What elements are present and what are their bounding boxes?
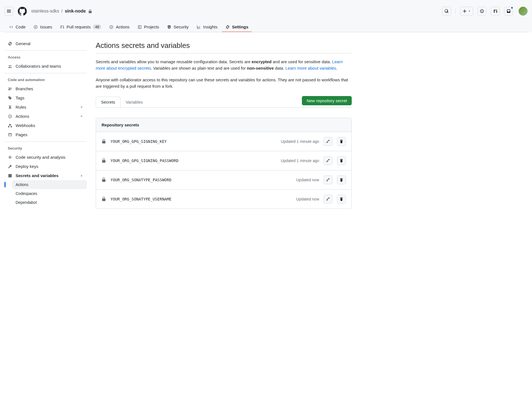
lock-icon [102, 197, 106, 201]
chevron-down-icon [468, 10, 471, 13]
pencil-icon [326, 158, 330, 163]
trash-icon [339, 178, 344, 182]
tab-pulls[interactable]: Pull requests46 [56, 22, 105, 32]
delete-secret-button[interactable] [337, 137, 346, 146]
edit-secret-button[interactable] [324, 175, 332, 184]
project-icon [137, 25, 142, 29]
breadcrumb-repo[interactable]: sink-node [65, 9, 86, 14]
search-button[interactable] [442, 7, 451, 16]
sidebar-item-rules[interactable]: Rules [4, 102, 87, 112]
breadcrumb-owner[interactable]: stainless-sdks [31, 9, 59, 14]
secret-updated: Updated 1 minute ago [281, 139, 319, 144]
sidebar-item-tags[interactable]: Tags [4, 93, 87, 102]
sidebar-sub-dependabot[interactable]: Dependabot [12, 198, 87, 207]
tab-insights[interactable]: Insights [193, 22, 221, 32]
link-variables[interactable]: Learn more about variables [285, 66, 336, 70]
git-pull-request-icon [493, 9, 497, 13]
lock-icon [102, 139, 106, 144]
secret-name: YOUR_ORG_SONATYPE_PASSWORD [110, 178, 171, 182]
pulls-count: 46 [93, 25, 101, 29]
edit-secret-button[interactable] [324, 137, 332, 146]
git-branch-icon [8, 87, 12, 91]
sidebar-sub-codespaces[interactable]: Codespaces [12, 189, 87, 198]
tab-secrets[interactable]: Secrets [96, 97, 120, 107]
github-logo-icon[interactable] [18, 7, 27, 16]
tab-code[interactable]: Code [6, 22, 29, 32]
trash-icon [339, 139, 344, 144]
tab-settings[interactable]: Settings [222, 22, 252, 32]
edit-secret-button[interactable] [324, 195, 332, 204]
tab-projects[interactable]: Projects [134, 22, 162, 32]
dot-icon [480, 9, 484, 13]
law-icon [8, 105, 12, 109]
gear-icon [225, 25, 230, 29]
notification-indicator [511, 6, 513, 9]
delete-secret-button[interactable] [337, 175, 346, 184]
tab-actions[interactable]: Actions [106, 22, 133, 32]
lock-icon [102, 178, 106, 182]
sidebar-item-deploy-keys[interactable]: Deploy keys [4, 162, 87, 171]
inbox-icon [506, 9, 511, 13]
graph-icon [196, 25, 201, 29]
codescan-icon [8, 155, 12, 160]
pull-requests-button[interactable] [491, 7, 500, 16]
secret-row: YOUR_ORG_GPG_SIGNING_KEYUpdated 1 minute… [96, 132, 351, 151]
delete-secret-button[interactable] [337, 156, 346, 165]
sidebar-item-general[interactable]: General [4, 39, 87, 48]
page-title: Actions secrets and variables [96, 41, 352, 53]
box-header: Repository secrets [96, 118, 351, 132]
hamburger-menu[interactable] [4, 7, 13, 16]
gear-icon [8, 41, 12, 46]
chevron-down-icon [80, 105, 83, 109]
sidebar-item-secrets[interactable]: Secrets and variables [4, 171, 87, 180]
sidebar-item-branches[interactable]: Branches [4, 84, 87, 93]
sidebar-sub-actions[interactable]: Actions [12, 180, 87, 189]
sidebar-header-security: Security [4, 144, 87, 153]
key-asterisk-icon [8, 173, 12, 178]
new-repository-secret-button[interactable]: New repository secret [302, 96, 352, 105]
git-pull-request-icon [60, 25, 64, 29]
breadcrumb-separator: / [61, 9, 62, 14]
plus-icon [462, 9, 467, 13]
sidebar-header-access: Access [4, 53, 87, 62]
tab-variables[interactable]: Variables [120, 97, 148, 107]
secret-updated: Updated now [296, 197, 319, 201]
tab-security[interactable]: Security [164, 22, 192, 32]
secret-updated: Updated now [296, 178, 319, 182]
chevron-down-icon [80, 114, 83, 118]
description-paragraph-2: Anyone with collaborator access to this … [96, 77, 352, 90]
code-icon [9, 25, 13, 29]
main-content: Actions secrets and variables Secrets an… [96, 39, 352, 209]
edit-secret-button[interactable] [324, 156, 332, 165]
chevron-up-icon [80, 174, 83, 178]
lock-icon [102, 158, 106, 163]
webhook-icon [8, 123, 12, 128]
user-avatar[interactable] [519, 7, 528, 16]
sidebar-item-code-security[interactable]: Code security and analysis [4, 153, 87, 162]
secrets-variables-tabs: Secrets Variables New repository secret [96, 96, 352, 108]
trash-icon [339, 197, 344, 201]
play-icon [109, 25, 114, 29]
pencil-icon [326, 197, 330, 201]
sidebar-item-actions[interactable]: Actions [4, 112, 87, 121]
settings-sidebar: General Access Collaborators and teams C… [4, 39, 87, 209]
pencil-icon [326, 139, 330, 144]
browser-icon [8, 133, 12, 137]
secret-name: YOUR_ORG_GPG_SIGNING_KEY [110, 139, 167, 144]
repository-secrets-box: Repository secrets YOUR_ORG_GPG_SIGNING_… [96, 118, 352, 209]
search-icon [444, 9, 449, 13]
sidebar-header-code-automation: Code and automation [4, 75, 87, 84]
notifications-button[interactable] [504, 7, 513, 16]
sidebar-item-webhooks[interactable]: Webhooks [4, 121, 87, 130]
sidebar-item-collaborators[interactable]: Collaborators and teams [4, 62, 87, 71]
app-header: stainless-sdks / sink-node Code Issues P… [0, 0, 532, 32]
issues-button[interactable] [477, 7, 486, 16]
sidebar-item-pages[interactable]: Pages [4, 130, 87, 139]
tab-issues[interactable]: Issues [30, 22, 55, 32]
secret-updated: Updated 1 minute ago [281, 158, 319, 163]
trash-icon [339, 158, 344, 163]
delete-secret-button[interactable] [337, 195, 346, 204]
create-new-menu[interactable] [460, 7, 473, 16]
tag-icon [8, 96, 12, 100]
lock-icon [88, 9, 92, 14]
